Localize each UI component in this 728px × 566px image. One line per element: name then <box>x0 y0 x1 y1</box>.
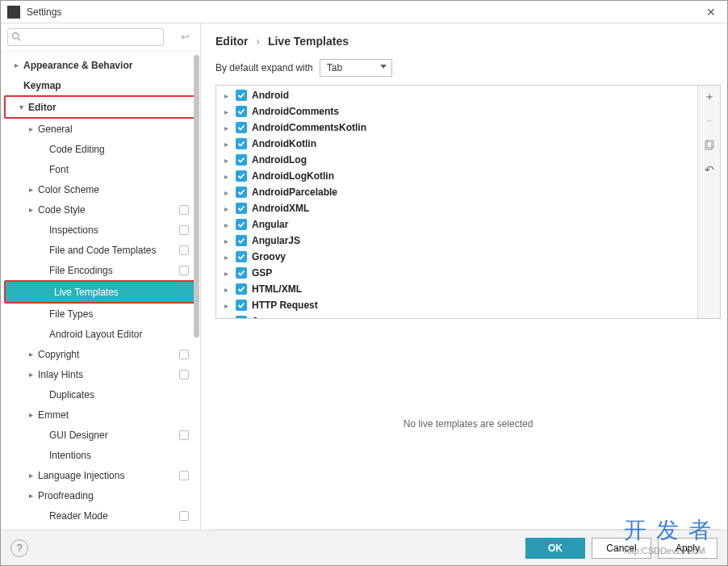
template-row[interactable]: ▸AndroidComments <box>216 103 697 119</box>
sidebar-item-editor[interactable]: ▾Editor <box>6 97 195 117</box>
tree-label: Appearance & Behavior <box>22 60 132 71</box>
empty-text: No live templates are selected <box>404 418 533 430</box>
template-row[interactable]: ▸AndroidLogKotlin <box>216 168 697 184</box>
sidebar-item-code-style[interactable]: ▸Code Style <box>1 199 200 220</box>
template-row[interactable]: ▸Groovy <box>216 249 697 265</box>
template-row[interactable]: ▸AndroidCommentsKotlin <box>216 119 697 136</box>
sidebar-item-general[interactable]: ▸General <box>1 119 200 139</box>
template-row[interactable]: ▸AndroidKotlin <box>216 136 697 152</box>
tree-label: Reader Mode <box>48 510 108 522</box>
checkbox[interactable] <box>236 90 247 101</box>
checkbox[interactable] <box>236 170 247 182</box>
template-label: HTTP Request <box>252 300 318 311</box>
tree-label: Copyright <box>36 349 79 360</box>
template-row[interactable]: ▸AndroidXML <box>216 200 697 216</box>
add-button[interactable]: ＋ <box>701 89 718 105</box>
modified-indicator-icon <box>179 350 189 359</box>
modified-indicator-icon <box>179 225 189 235</box>
checkbox[interactable] <box>236 219 247 230</box>
sidebar-item-appearance-behavior[interactable]: ▸Appearance & Behavior <box>1 55 200 75</box>
svg-line-1 <box>18 38 20 40</box>
copy-button[interactable] <box>701 137 718 153</box>
checkbox[interactable] <box>236 235 247 246</box>
template-row[interactable]: ▸AndroidParcelable <box>216 184 697 200</box>
checkbox[interactable] <box>236 138 247 149</box>
sidebar-item-color-scheme[interactable]: ▸Color Scheme <box>1 179 200 199</box>
chevron-right-icon: ▸ <box>224 253 236 262</box>
tree-label: Code Editing <box>48 144 105 155</box>
chevron-right-icon: ▸ <box>25 350 36 358</box>
remove-button[interactable]: － <box>701 113 718 129</box>
chevron-right-icon: ▸ <box>10 61 22 69</box>
sidebar-item-intentions[interactable]: Intentions <box>1 445 200 465</box>
template-row[interactable]: ▸Java <box>216 313 697 318</box>
template-row[interactable]: ▸HTTP Request <box>216 297 697 313</box>
checkbox[interactable] <box>236 106 247 117</box>
chevron-right-icon: ▸ <box>224 140 236 149</box>
tree-label: Android Layout Editor <box>48 329 142 340</box>
sidebar-item-android-layout-editor[interactable]: Android Layout Editor <box>1 324 200 344</box>
settings-tree[interactable]: ▸Appearance & BehaviorKeymap▾Editor▸Gene… <box>1 52 200 530</box>
sidebar-item-file-encodings[interactable]: File Encodings <box>1 260 200 280</box>
cancel-button[interactable]: Cancel <box>592 538 651 559</box>
chevron-down-icon <box>380 65 387 69</box>
template-row[interactable]: ▸Android <box>216 87 697 103</box>
template-label: AndroidParcelable <box>252 187 337 198</box>
sidebar-item-file-types[interactable]: File Types <box>1 304 200 324</box>
sidebar-item-emmet[interactable]: ▸Emmet <box>1 405 200 425</box>
breadcrumb-b: Live Templates <box>268 35 349 48</box>
checkbox[interactable] <box>236 251 247 262</box>
sidebar-item-reader-mode[interactable]: Reader Mode <box>1 505 200 526</box>
sidebar-item-language-injections[interactable]: ▸Language Injections <box>1 465 200 485</box>
sidebar-item-keymap[interactable]: Keymap <box>1 75 200 95</box>
checkbox[interactable] <box>236 283 247 295</box>
template-row[interactable]: ▸HTML/XML <box>216 281 697 297</box>
checkbox[interactable] <box>236 267 247 279</box>
tree-label: Intentions <box>48 450 91 461</box>
tree-label: Proofreading <box>36 490 94 501</box>
tree-label: File and Code Templates <box>48 245 157 256</box>
sidebar-item-duplicates[interactable]: Duplicates <box>1 384 200 405</box>
help-button[interactable]: ? <box>10 539 28 557</box>
scrollbar[interactable] <box>194 55 199 526</box>
chevron-right-icon: ▸ <box>224 285 236 294</box>
chevron-right-icon: ▸ <box>224 220 236 229</box>
revert-button[interactable]: ↶ <box>701 161 718 178</box>
apply-button[interactable]: Apply <box>658 538 718 559</box>
template-label: Java <box>252 316 274 318</box>
sidebar-item-proofreading[interactable]: ▸Proofreading <box>1 485 200 505</box>
sidebar-item-inspections[interactable]: Inspections <box>1 220 200 240</box>
sidebar-item-file-and-code-templates[interactable]: File and Code Templates <box>1 240 200 260</box>
search-icon <box>11 31 22 42</box>
sidebar-item-copyright[interactable]: ▸Copyright <box>1 344 200 364</box>
chevron-right-icon: ▸ <box>224 188 236 197</box>
checkbox[interactable] <box>236 154 247 166</box>
checkbox[interactable] <box>236 316 247 318</box>
tree-label: GUI Designer <box>48 430 108 441</box>
templates-list[interactable]: ▸Android▸AndroidComments▸AndroidComments… <box>216 86 697 318</box>
tree-label: Language Injections <box>36 470 124 481</box>
sidebar-item-font[interactable]: Font <box>1 159 200 179</box>
tree-label: Color Scheme <box>36 184 99 195</box>
checkbox[interactable] <box>236 187 247 198</box>
sidebar-item-code-editing[interactable]: Code Editing <box>1 139 200 159</box>
modified-indicator-icon <box>179 370 189 379</box>
template-row[interactable]: ▸Angular <box>216 216 697 233</box>
search-input[interactable] <box>7 28 164 46</box>
app-icon <box>7 6 20 19</box>
sidebar-item-inlay-hints[interactable]: ▸Inlay Hints <box>1 364 200 384</box>
tree-label: Live Templates <box>52 287 119 298</box>
checkbox[interactable] <box>236 122 247 133</box>
template-label: GSP <box>252 267 272 279</box>
search-back-icon[interactable]: ↩ <box>181 31 190 43</box>
checkbox[interactable] <box>236 203 247 214</box>
template-row[interactable]: ▸AngularJS <box>216 233 697 249</box>
checkbox[interactable] <box>236 300 247 311</box>
template-row[interactable]: ▸AndroidLog <box>216 152 697 168</box>
ok-button[interactable]: OK <box>525 538 585 559</box>
template-row[interactable]: ▸GSP <box>216 265 697 281</box>
sidebar-item-live-templates[interactable]: Live Templates <box>6 282 195 302</box>
expand-combo[interactable]: Tab <box>320 59 392 77</box>
close-icon[interactable]: ✕ <box>701 6 721 19</box>
sidebar-item-gui-designer[interactable]: GUI Designer <box>1 425 200 445</box>
